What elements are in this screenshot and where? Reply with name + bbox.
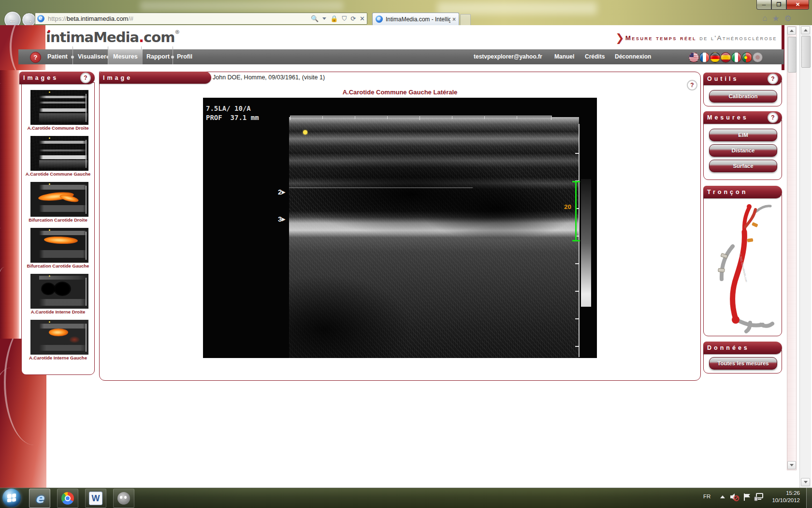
- fr-flag-icon[interactable]: [699, 52, 710, 62]
- url-text[interactable]: https://beta.intimamedia.com/#: [48, 15, 311, 22]
- surface-button[interactable]: Surface: [709, 160, 777, 172]
- outils-help-icon[interactable]: ?: [768, 74, 778, 84]
- show-hidden-icons[interactable]: [720, 495, 725, 498]
- marker-2: 2▶: [278, 188, 285, 196]
- site-tagline: ❯Mesure temps réel de l'Athérosclérose: [532, 32, 777, 45]
- page-scrollbar[interactable]: [787, 26, 797, 470]
- new-tab-button[interactable]: [460, 14, 471, 26]
- thumbnail-caption: A.Carotide Commune Droite: [22, 125, 94, 131]
- logo-red-dot: [48, 30, 50, 32]
- tray-clock[interactable]: 15:26 10/10/2012: [764, 490, 800, 504]
- thumbnail-carotide-commune-droite[interactable]: [30, 90, 88, 125]
- favorites-star-icon[interactable]: ★: [772, 14, 780, 24]
- user-email: testvpexplorer@yahoo.fr: [474, 49, 542, 64]
- troncon-panel-body: © 2011 IntimaMedia.com: [703, 194, 782, 336]
- us-flag-icon[interactable]: [689, 52, 699, 62]
- search-icon[interactable]: 🔍: [311, 15, 319, 22]
- taskbar-chrome-icon[interactable]: [57, 489, 78, 508]
- action-center-flag-icon[interactable]: [743, 493, 752, 503]
- restore-button[interactable]: ❐: [771, 0, 786, 10]
- measure-bracket: [575, 181, 577, 241]
- forward-icon: →: [26, 16, 33, 24]
- background-window-blur: [140, 1, 343, 11]
- image-panel-title: Image: [103, 75, 132, 81]
- home-icon[interactable]: ⌂: [762, 14, 767, 24]
- eim-button[interactable]: EIM: [709, 129, 777, 141]
- settings-gear-icon[interactable]: ⚙: [784, 14, 792, 24]
- show-desktop-button[interactable]: [806, 488, 812, 508]
- clock-time: 15:26: [764, 490, 800, 497]
- donnees-panel-title: Données: [707, 344, 750, 351]
- mesures-panel-header: Mesures ?: [703, 111, 782, 124]
- start-button[interactable]: [2, 489, 21, 507]
- it-flag-icon[interactable]: [731, 52, 741, 62]
- refresh-icon[interactable]: ⟳: [350, 15, 356, 22]
- depth-text: PROF 37.1 mm: [206, 114, 259, 121]
- nav-item-rapport[interactable]: Rapport: [146, 49, 170, 64]
- scroll-down-button[interactable]: [787, 461, 796, 469]
- nav-item-mesures[interactable]: Mesures: [108, 49, 143, 64]
- thumbnail-bifurcation-gauche[interactable]: [30, 228, 88, 263]
- chevron-icon: ❯: [615, 32, 624, 44]
- nav-bullet: [71, 56, 74, 59]
- es-flag-icon[interactable]: [721, 52, 731, 62]
- thumbnail-bifurcation-droite[interactable]: [30, 182, 88, 217]
- browser-tab[interactable]: IntimaMedia.com - Intellig... ×: [372, 13, 459, 25]
- taskbar-gimp-icon[interactable]: [113, 489, 134, 508]
- intima-line: [289, 187, 473, 188]
- images-panel-header: Images ?: [19, 72, 95, 84]
- scroll-down-button[interactable]: [801, 478, 810, 486]
- site-favicon: [37, 15, 44, 22]
- nav-help-icon[interactable]: ?: [30, 52, 41, 63]
- stop-icon[interactable]: ✕: [360, 15, 365, 22]
- network-icon[interactable]: [754, 493, 765, 503]
- bracket-label: 20: [559, 203, 571, 210]
- calibration-button[interactable]: Calibration: [709, 90, 777, 103]
- nav-item-patient[interactable]: Patient: [47, 49, 68, 64]
- marker-3: 3▶: [278, 215, 285, 223]
- images-panel-title: Images: [23, 75, 58, 81]
- nav-item-visualiser[interactable]: Visualiser: [78, 49, 106, 64]
- clock-date: 10/10/2012: [764, 497, 800, 504]
- minimize-button[interactable]: ─: [756, 0, 771, 10]
- image-panel-header: Image: [99, 72, 211, 84]
- compatibility-view-icon[interactable]: ⛉: [342, 15, 347, 23]
- arrow-right-icon: ▶: [282, 217, 285, 222]
- de-flag-icon[interactable]: [710, 52, 720, 62]
- ultrasound-tissue: [289, 117, 579, 358]
- tray-language-indicator[interactable]: FR: [703, 493, 710, 499]
- image-help-icon[interactable]: ?: [687, 80, 697, 90]
- nav-link-deconnexion[interactable]: Déconnexion: [615, 49, 651, 64]
- toutes-les-mesures-button[interactable]: Toutes les mesures: [709, 357, 777, 370]
- thumbnail-interne-droite[interactable]: [30, 274, 88, 309]
- site-logo[interactable]: intimaMedia.com®: [46, 29, 179, 45]
- thumbnail-interne-gauche[interactable]: [30, 320, 88, 355]
- scrollbar-thumb[interactable]: [788, 37, 797, 73]
- yellow-marker-dot: [303, 130, 307, 134]
- thumbnail-caption: A.Carotide Interne Droite: [22, 309, 94, 314]
- images-help-icon[interactable]: ?: [80, 73, 91, 83]
- volume-muted-icon[interactable]: [730, 493, 740, 503]
- scroll-up-button[interactable]: [801, 26, 810, 34]
- close-tab-icon[interactable]: ×: [452, 16, 456, 23]
- pt-flag-icon[interactable]: [742, 52, 752, 62]
- nav-item-profil[interactable]: Profil: [177, 49, 192, 64]
- mesures-help-icon[interactable]: ?: [768, 112, 778, 123]
- patient-info: John DOE, Homme, 09/03/1961, (visite 1): [213, 74, 325, 81]
- nav-link-credits[interactable]: Crédits: [585, 49, 605, 64]
- search-dropdown-icon[interactable]: [322, 17, 326, 20]
- distance-button[interactable]: Distance: [709, 144, 777, 157]
- grayscale-bar: [581, 179, 591, 307]
- taskbar-ie-icon[interactable]: e: [29, 489, 50, 508]
- close-button[interactable]: ✕: [786, 0, 809, 10]
- tab-title: IntimaMedia.com - Intellig...: [386, 16, 450, 23]
- nav-link-manuel[interactable]: Manuel: [554, 49, 574, 64]
- window-scrollbar[interactable]: [799, 25, 811, 488]
- taskbar-word-icon[interactable]: W: [85, 489, 106, 508]
- scroll-up-button[interactable]: [787, 27, 796, 35]
- scrollbar-thumb[interactable]: [801, 36, 811, 68]
- ultrasound-image[interactable]: 7.5LA/ 10/A PROF 37.1 mm 2▶ 3▶ 20: [203, 98, 597, 358]
- address-bar[interactable]: https://beta.intimamedia.com/# 🔍 🔒 ⛉ ⟳ ✕: [35, 13, 367, 25]
- arrow-right-icon: ▶: [282, 190, 285, 194]
- thumbnail-carotide-commune-gauche[interactable]: [30, 136, 88, 171]
